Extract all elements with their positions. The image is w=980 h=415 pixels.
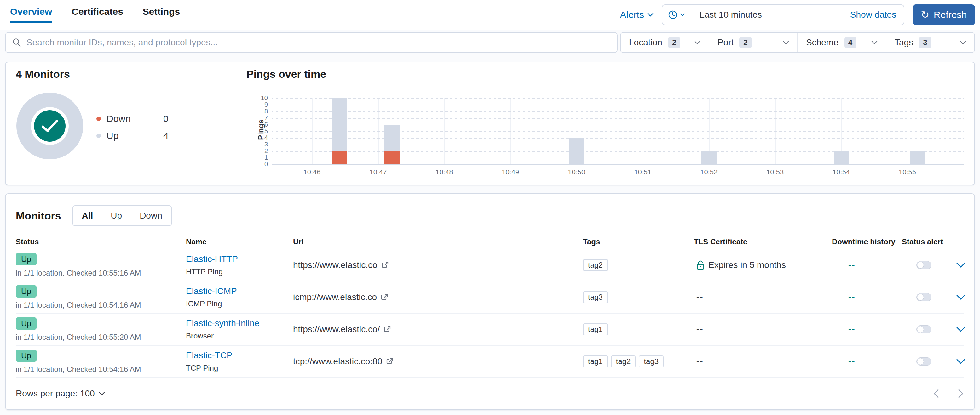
alerts-dropdown[interactable]: Alerts [620, 10, 654, 20]
prev-page-button[interactable] [933, 388, 940, 399]
y-tick-label: 7 [252, 114, 268, 122]
expand-row-chevron[interactable] [956, 359, 966, 364]
filter-tags[interactable]: Tags3 [886, 33, 974, 52]
status-tab-down[interactable]: Down [131, 206, 171, 225]
x-tick-label: 10:53 [766, 168, 784, 176]
filter-group: Location2Port2Scheme4Tags3 [620, 32, 975, 53]
monitor-url[interactable]: https://www.elastic.co/ [293, 324, 380, 334]
y-gridline [272, 111, 964, 112]
monitor-name-link[interactable]: Elastic-HTTP [186, 254, 238, 264]
x-tick-label: 10:46 [303, 168, 320, 176]
chevron-down-icon [647, 13, 654, 17]
overview-panel: 4 Monitors Down0Up4 Pings over time Ping… [5, 62, 975, 185]
column-header-url: Url [293, 235, 583, 249]
x-tick-label: 10:51 [634, 168, 651, 176]
x-tick-label: 10:49 [502, 168, 519, 176]
expand-row-chevron[interactable] [956, 262, 966, 268]
status-tab-all[interactable]: All [73, 206, 102, 225]
status-badge: Up [16, 350, 37, 362]
clock-icon [668, 10, 678, 19]
filter-location[interactable]: Location2 [621, 33, 709, 52]
monitors-title: Monitors [16, 210, 61, 222]
filter-label: Location [629, 38, 662, 48]
y-tick-label: 10 [252, 95, 268, 102]
status-badge: Up [16, 317, 37, 329]
status-alert-toggle[interactable] [916, 293, 931, 301]
filter-port[interactable]: Port2 [709, 33, 797, 52]
y-tick-label: 3 [252, 141, 268, 148]
table-row: Up in 1/1 location, Checked 10:55:20 AM … [16, 314, 964, 346]
y-gridline [272, 125, 964, 125]
tls-status: -- [697, 324, 704, 334]
time-range-value[interactable]: Last 10 minutes [700, 10, 762, 20]
filter-count-badge: 3 [919, 37, 931, 48]
rows-per-page-button[interactable]: Rows per page: 100 [16, 388, 105, 399]
bar-up [385, 125, 399, 151]
downtime-history: -- [848, 356, 856, 366]
y-gridline [272, 158, 964, 158]
y-tick-label: 8 [252, 108, 268, 115]
x-tick-label: 10:47 [369, 168, 387, 176]
expand-row-chevron[interactable] [956, 326, 966, 332]
y-gridline [272, 98, 964, 99]
rows-per-page-label: Rows per page: 100 [16, 388, 95, 399]
search-icon [12, 38, 21, 47]
monitor-name-link[interactable]: Elastic-ICMP [186, 286, 237, 296]
monitors-panel: Monitors AllUpDown StatusNameUrlTagsTLS … [5, 193, 975, 410]
monitor-url[interactable]: icmp://www.elastic.co [293, 292, 377, 302]
legend-label: Down [107, 113, 163, 124]
table-row: Up in 1/1 location, Checked 10:54:16 AM … [16, 282, 964, 314]
refresh-button[interactable]: ↻ Refresh [913, 5, 975, 25]
column-header-tls-certificate: TLS Certificate [694, 235, 832, 249]
x-tick-label: 10:55 [899, 168, 916, 176]
monitor-type: HTTP Ping [186, 267, 223, 276]
y-gridline [272, 131, 964, 132]
expand-row-chevron[interactable] [956, 295, 966, 300]
x-tick-label: 10:50 [568, 168, 585, 176]
column-header-name: Name [186, 235, 293, 249]
filter-scheme[interactable]: Scheme4 [797, 33, 886, 52]
monitor-url[interactable]: tcp://www.elastic.co:80 [293, 356, 382, 366]
status-alert-toggle[interactable] [916, 261, 931, 269]
show-dates-link[interactable]: Show dates [850, 10, 896, 20]
y-tick-label: 5 [252, 128, 268, 135]
tab-settings[interactable]: Settings [143, 6, 180, 23]
quick-select-menu[interactable] [662, 5, 691, 25]
chevron-down-icon [694, 41, 700, 44]
chevron-down-icon [680, 13, 685, 16]
status-detail: in 1/1 location, Checked 10:55:20 AM [16, 333, 141, 342]
status-alert-toggle[interactable] [916, 325, 931, 333]
status-tab-up[interactable]: Up [102, 206, 131, 225]
legend-value: 4 [163, 130, 169, 141]
monitor-name-link[interactable]: Elastic-TCP [186, 350, 232, 361]
tls-cell: -- [694, 282, 832, 313]
tags-cell: tag1tag2tag3 [583, 346, 694, 377]
column-header-tags: Tags [583, 235, 694, 249]
search-input[interactable] [27, 38, 611, 48]
tls-cell: Expires in 5 months [694, 249, 832, 281]
chevron-down-icon [960, 41, 966, 44]
tag-badge: tag2 [583, 259, 608, 271]
bar-down [385, 151, 399, 164]
legend-value: 0 [163, 113, 169, 124]
y-gridline [272, 151, 964, 152]
monitors-table: StatusNameUrlTagsTLS CertificateDowntime… [16, 235, 964, 378]
next-page-button[interactable] [957, 388, 964, 399]
legend-row-down: Down0 [96, 110, 169, 127]
downtime-history: -- [848, 260, 856, 270]
tab-certificates[interactable]: Certificates [72, 6, 123, 23]
pings-chart-title: Pings over time [247, 68, 326, 80]
search-box [5, 32, 617, 53]
y-tick-label: 1 [252, 154, 268, 161]
monitor-name-link[interactable]: Elastic-synth-inline [186, 318, 259, 328]
tab-overview[interactable]: Overview [10, 6, 52, 23]
tag-badge: tag1 [583, 355, 608, 367]
y-gridline [272, 138, 964, 139]
tags-cell: tag2 [583, 249, 694, 281]
refresh-label: Refresh [934, 10, 967, 20]
table-header-row: StatusNameUrlTagsTLS CertificateDowntime… [16, 235, 964, 249]
x-axis-line [272, 164, 964, 165]
monitor-url[interactable]: https://www.elastic.co [293, 260, 377, 270]
status-alert-toggle[interactable] [916, 357, 931, 366]
top-nav: OverviewCertificatesSettings Alerts Last… [0, 0, 980, 30]
